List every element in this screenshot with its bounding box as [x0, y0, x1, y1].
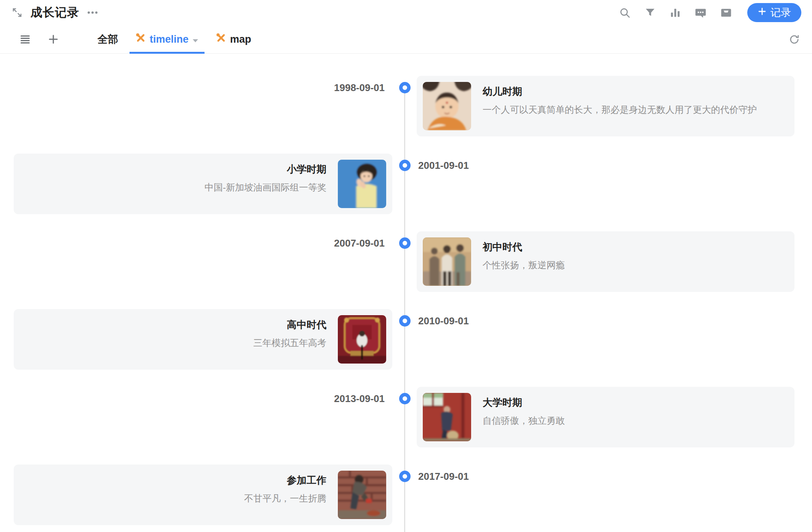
timeline-marker: [399, 315, 411, 327]
entry-title: 高中时代: [253, 319, 326, 331]
tab-map[interactable]: map: [210, 25, 257, 53]
timeline-marker: [399, 82, 411, 93]
entry-card[interactable]: 小学时期 中国-新加坡油画国际组一等奖: [14, 154, 392, 214]
collapse-icon[interactable]: [11, 7, 23, 18]
entry-title: 参加工作: [244, 474, 326, 487]
entry-description: 不甘平凡，一生折腾: [244, 492, 326, 505]
timeline-marker: [399, 160, 411, 171]
tab-timeline-label: timeline: [150, 34, 189, 45]
photo-primary-school: [338, 160, 386, 208]
search-icon[interactable]: [619, 7, 631, 19]
tools-icon: [216, 33, 226, 46]
entry-date: 2001-09-01: [418, 160, 469, 171]
add-record-label: 记录: [770, 6, 791, 19]
entry-date: 1998-09-01: [0, 82, 385, 94]
entry-description: 个性张扬，叛逆网瘾: [483, 259, 565, 271]
inbox-icon[interactable]: [720, 7, 732, 19]
entry-description: 三年模拟五年高考: [253, 337, 326, 349]
add-view-icon[interactable]: [48, 34, 59, 45]
photo-senior-high: [338, 315, 386, 364]
tab-all[interactable]: 全部: [91, 25, 124, 53]
photo-college: [423, 393, 471, 441]
tools-icon: [136, 33, 146, 46]
timeline-row: 高中时代 三年模拟五年高考: [0, 309, 812, 387]
entry-title: 初中时代: [483, 241, 565, 253]
chevron-down-icon[interactable]: [192, 34, 198, 45]
entry-card[interactable]: 大学时期 自信骄傲，独立勇敢: [417, 387, 794, 447]
entry-card[interactable]: 参加工作 不甘平凡，一生折腾: [14, 465, 392, 525]
photo-infant: [423, 82, 471, 130]
photo-work: [338, 471, 386, 519]
timeline-row: 2007-09-01: [0, 231, 812, 309]
timeline-row: 参加工作 不甘平凡，一生折腾: [0, 465, 812, 532]
more-icon[interactable]: [87, 10, 98, 15]
add-record-button[interactable]: 记录: [747, 3, 801, 22]
photo-junior-high: [423, 237, 471, 286]
entry-title: 小学时期: [205, 163, 326, 176]
top-header: 成长记录: [0, 0, 812, 25]
entry-card[interactable]: 初中时代 个性张扬，叛逆网瘾: [417, 231, 794, 292]
entry-card[interactable]: 幼儿时期 一个人可以天真简单的长大，那必是身边无数人用了更大的代价守护: [417, 76, 794, 136]
tab-map-label: map: [230, 34, 251, 45]
entry-card[interactable]: 高中时代 三年模拟五年高考: [14, 309, 392, 370]
timeline-marker: [399, 237, 411, 249]
entry-description: 一个人可以天真简单的长大，那必是身边无数人用了更大的代价守护: [483, 104, 757, 116]
timeline-row: 2013-09-01: [0, 387, 812, 465]
refresh-icon[interactable]: [789, 34, 800, 45]
entry-date: 2013-09-01: [0, 393, 385, 405]
entry-description: 自信骄傲，独立勇敢: [483, 415, 565, 427]
timeline-row: 小学时期 中国-新加坡油画国际组一等奖: [0, 154, 812, 231]
timeline-row: 1998-09-01: [0, 76, 812, 154]
tab-timeline[interactable]: timeline: [129, 25, 205, 53]
tab-all-label: 全部: [98, 34, 118, 45]
entry-description: 中国-新加坡油画国际组一等奖: [205, 181, 326, 194]
comment-icon[interactable]: [695, 7, 707, 19]
entry-title: 大学时期: [483, 396, 565, 409]
view-toolbar: 全部 timeline map: [0, 25, 812, 54]
page-title: 成长记录: [30, 5, 79, 21]
chart-icon[interactable]: [670, 7, 681, 18]
entry-date: 2010-09-01: [418, 315, 469, 327]
plus-icon: [758, 7, 767, 19]
view-tabs: 全部 timeline map: [91, 25, 263, 53]
timeline-marker: [399, 393, 411, 404]
timeline-marker: [399, 471, 411, 482]
filter-icon[interactable]: [644, 7, 656, 18]
entry-title: 幼儿时期: [483, 85, 757, 98]
entry-date: 2007-09-01: [0, 237, 385, 249]
entry-date: 2017-09-01: [418, 471, 469, 482]
timeline-view: 1998-09-01: [0, 54, 812, 532]
menu-icon[interactable]: [20, 35, 30, 44]
